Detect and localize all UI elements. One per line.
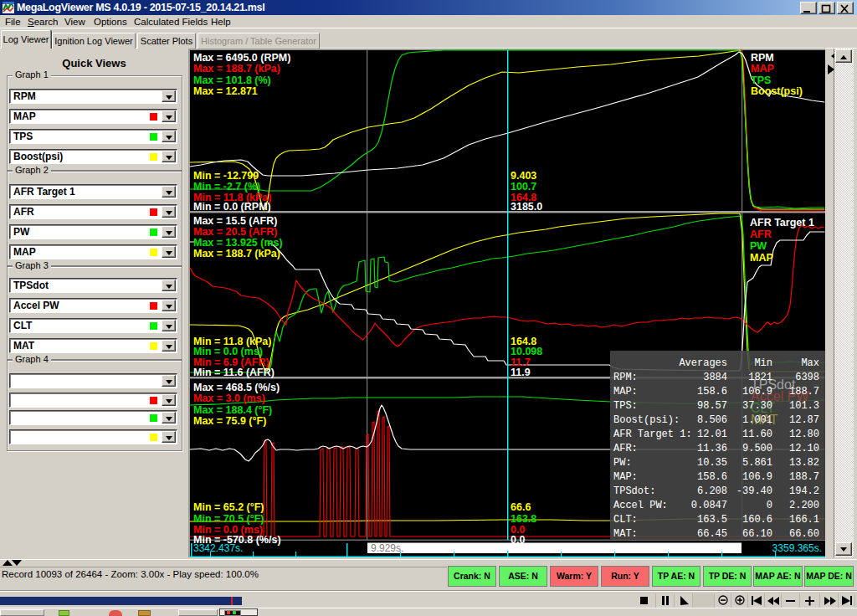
svg-text:194.2: 194.2 [789, 485, 819, 497]
svg-text:Min = 0.0 (RPM): Min = 0.0 (RPM) [193, 201, 271, 213]
svg-text:Max = 75.9 (°F): Max = 75.9 (°F) [193, 415, 266, 427]
svg-text:11.36: 11.36 [697, 443, 727, 454]
svg-text:TPS:: TPS: [613, 400, 638, 412]
svg-text:RPM:: RPM: [613, 372, 638, 383]
svg-text:AFR:: AFR: [613, 443, 638, 454]
svg-text:9.500: 9.500 [742, 443, 772, 454]
svg-text:2.200: 2.200 [789, 500, 819, 511]
svg-text:AFR: AFR [750, 228, 772, 240]
svg-text:5.861: 5.861 [742, 457, 772, 469]
svg-text:Accel PW:: Accel PW: [613, 500, 668, 511]
svg-text:Min = 65.2 (°F): Min = 65.2 (°F) [193, 501, 264, 513]
svg-text:9.929s.: 9.929s. [371, 542, 403, 554]
svg-text:12.10: 12.10 [789, 443, 819, 454]
svg-text:158.6: 158.6 [697, 386, 727, 398]
svg-text:Min = 70.5 (°F): Min = 70.5 (°F) [193, 513, 264, 525]
svg-text:160.6: 160.6 [742, 514, 772, 526]
svg-text:Max = 15.5 (AFR): Max = 15.5 (AFR) [193, 215, 277, 227]
svg-text:Max: Max [801, 357, 819, 369]
svg-text:Boost(psi): Boost(psi) [751, 85, 803, 97]
svg-text:13.82: 13.82 [789, 457, 819, 469]
svg-text:106.9: 106.9 [742, 471, 772, 483]
svg-text:6398: 6398 [795, 372, 819, 383]
svg-text:12.01: 12.01 [697, 429, 727, 440]
svg-text:0: 0 [767, 500, 772, 511]
svg-text:Max = 188.7 (kPa): Max = 188.7 (kPa) [193, 63, 280, 74]
svg-text:11.60: 11.60 [742, 429, 772, 440]
svg-text:98.57: 98.57 [697, 400, 727, 412]
svg-text:MAP: MAP [751, 63, 774, 74]
svg-text:MAT:: MAT: [613, 528, 638, 540]
svg-text:TPSdot:: TPSdot: [613, 485, 655, 497]
svg-text:106.9: 106.9 [742, 386, 772, 398]
svg-text:12.80: 12.80 [789, 429, 819, 440]
svg-text:3884: 3884 [703, 372, 727, 383]
svg-text:Max = 101.8 (%): Max = 101.8 (%) [193, 74, 271, 86]
svg-text:8.506: 8.506 [697, 414, 727, 426]
svg-text:MAP: MAP [750, 252, 773, 264]
svg-text:3342.437s.: 3342.437s. [193, 542, 243, 554]
svg-text:AFR Target 1:: AFR Target 1: [613, 429, 692, 440]
svg-text:Averages: Averages [679, 357, 727, 369]
svg-text:TPS: TPS [751, 74, 771, 86]
svg-text:Min = -2.7 (%): Min = -2.7 (%) [193, 181, 260, 192]
svg-text:6.208: 6.208 [697, 485, 727, 497]
svg-text:Max = 468.5 (%/s): Max = 468.5 (%/s) [193, 382, 280, 393]
svg-text:1.001: 1.001 [742, 414, 772, 426]
svg-text:3185.0: 3185.0 [511, 201, 542, 213]
svg-text:Max = 3.0 (ms): Max = 3.0 (ms) [193, 393, 265, 404]
svg-text:66.45: 66.45 [697, 528, 727, 540]
svg-text:RPM: RPM [751, 52, 774, 64]
svg-text:9.403: 9.403 [511, 170, 536, 182]
svg-text:188.7: 188.7 [789, 386, 819, 398]
svg-text:3359.365s.: 3359.365s. [772, 542, 822, 554]
svg-text:Max = 13.925 (ms): Max = 13.925 (ms) [193, 237, 283, 249]
svg-text:1821: 1821 [748, 372, 772, 383]
svg-text:37.30: 37.30 [742, 400, 772, 412]
svg-text:Min = -12.799: Min = -12.799 [193, 170, 259, 182]
svg-text:188.7: 188.7 [789, 471, 819, 483]
svg-text:PW: PW [750, 240, 767, 252]
svg-text:MAP:: MAP: [613, 471, 638, 483]
svg-text:0.0847: 0.0847 [691, 500, 727, 511]
svg-text:10.098: 10.098 [511, 346, 542, 357]
svg-text:166.1: 166.1 [789, 514, 819, 526]
svg-text:11.9: 11.9 [511, 367, 531, 378]
svg-text:Max = 20.5 (AFR): Max = 20.5 (AFR) [193, 226, 277, 238]
svg-text:163.5: 163.5 [697, 514, 727, 526]
svg-text:100.7: 100.7 [511, 181, 536, 192]
svg-text:66.6: 66.6 [511, 501, 531, 513]
svg-text:MAP:: MAP: [613, 386, 638, 398]
svg-text:12.87: 12.87 [789, 414, 819, 426]
svg-text:CLT:: CLT: [613, 514, 638, 526]
svg-text:66.10: 66.10 [742, 528, 772, 540]
svg-text:Max = 188.4 (°F): Max = 188.4 (°F) [193, 404, 272, 416]
svg-text:Max = 12.871: Max = 12.871 [193, 85, 258, 97]
svg-text:-39.40: -39.40 [736, 485, 772, 497]
svg-text:Min = 11.6 (AFR): Min = 11.6 (AFR) [193, 367, 275, 378]
svg-text:66.60: 66.60 [789, 528, 819, 540]
svg-text:AFR Target 1: AFR Target 1 [750, 217, 814, 228]
svg-text:101.3: 101.3 [789, 400, 819, 412]
svg-text:10.35: 10.35 [697, 457, 727, 469]
svg-text:Max = 6495.0 (RPM): Max = 6495.0 (RPM) [193, 52, 290, 64]
svg-text:Min: Min [754, 357, 772, 369]
svg-text:Min = 0.0 (ms): Min = 0.0 (ms) [193, 346, 263, 357]
svg-text:PW:: PW: [613, 457, 632, 469]
svg-text:Max = 188.7 (kPa): Max = 188.7 (kPa) [193, 248, 280, 259]
svg-text:Boost(psi):: Boost(psi): [613, 414, 680, 426]
svg-text:158.6: 158.6 [697, 471, 727, 483]
svg-text:163.8: 163.8 [511, 513, 536, 525]
